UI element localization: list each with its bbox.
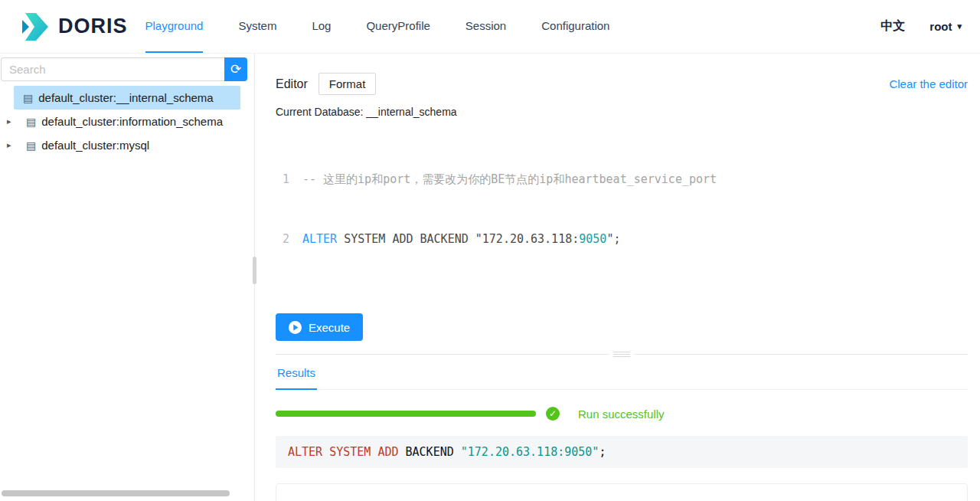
tree-item-label: default_cluster:information_schema [41, 115, 223, 128]
sql-token: 9050 [579, 232, 606, 246]
sql-token: ALTER SYSTEM ADD [288, 445, 399, 459]
nav-system[interactable]: System [238, 0, 276, 53]
nav-configuration[interactable]: Configuration [541, 0, 609, 53]
doris-playground-app: DORIS Playground System Log QueryProfile… [0, 0, 980, 501]
caret-right-icon[interactable]: ▸ [7, 116, 11, 126]
drag-handle[interactable] [609, 350, 634, 359]
tree-item-label: default_cluster:__internal_schema [38, 91, 213, 104]
body: ⟳ ▤ default_cluster:__internal_schema ▸ … [0, 54, 980, 501]
schema-icon: ▤ [23, 92, 33, 104]
sidebar: ⟳ ▤ default_cluster:__internal_schema ▸ … [0, 54, 255, 501]
progress-bar [276, 411, 536, 417]
format-button[interactable]: Format [318, 73, 377, 95]
sql-comment: -- 这里的ip和port，需要改为你的BE节点的ip和heartbeat_se… [302, 169, 717, 189]
tree-item-label: default_cluster:mysql [41, 139, 149, 152]
sql-editor[interactable]: 1 -- 这里的ip和port，需要改为你的BE节点的ip和heartbeat_… [276, 129, 968, 289]
line-number: 2 [276, 229, 289, 249]
username: root [929, 20, 952, 33]
nav-playground[interactable]: Playground [145, 0, 204, 53]
nav-queryprofile[interactable]: QueryProfile [366, 0, 430, 53]
nav-log[interactable]: Log [312, 0, 331, 53]
execute-button[interactable]: Execute [276, 313, 363, 341]
language-switch[interactable]: 中文 [880, 18, 905, 34]
editor-line: 1 -- 这里的ip和port，需要改为你的BE节点的ip和heartbeat_… [276, 169, 968, 189]
success-check-icon: ✓ [546, 407, 560, 421]
header: DORIS Playground System Log QueryProfile… [0, 0, 980, 54]
refresh-icon: ⟳ [230, 61, 241, 77]
horizontal-scrollbar[interactable] [2, 490, 230, 496]
editor-title: Editor [276, 77, 308, 91]
brand-name: DORIS [58, 15, 128, 38]
sql-token: "172.20.63.118: [475, 232, 579, 246]
executed-sql: ALTER SYSTEM ADD BACKEND "172.20.63.118:… [276, 436, 968, 468]
run-status-text: Run successfully [578, 408, 665, 421]
schema-icon: ▤ [26, 139, 36, 152]
tab-results[interactable]: Results [276, 355, 317, 390]
chevron-down-icon: ▾ [957, 21, 962, 31]
caret-right-icon[interactable]: ▸ [7, 140, 11, 150]
main-content: Editor Format Clear the editor Current D… [255, 54, 980, 501]
panel-divider [276, 354, 968, 355]
tree-item-information-schema[interactable]: ▸ ▤ default_cluster:information_schema [0, 110, 254, 133]
tree-item-internal-schema[interactable]: ▤ default_cluster:__internal_schema [14, 86, 240, 110]
nav-session[interactable]: Session [466, 0, 506, 53]
execute-label: Execute [309, 321, 350, 334]
results-tabs: Results [276, 355, 968, 390]
current-database: Current Database: __internal_schema [276, 106, 968, 118]
search-input[interactable] [1, 57, 224, 81]
header-right: 中文 root ▾ [880, 0, 962, 53]
refresh-button[interactable]: ⟳ [224, 57, 247, 81]
search-bar: ⟳ [1, 57, 247, 81]
sql-token: SYSTEM ADD BACKEND [337, 232, 475, 246]
execution-summary-card: Execution Time: 18 ms [276, 483, 968, 501]
editor-toolbar: Editor Format Clear the editor [276, 73, 968, 95]
clear-editor-link[interactable]: Clear the editor [889, 77, 968, 90]
database-tree: ▤ default_cluster:__internal_schema ▸ ▤ … [0, 86, 254, 157]
doris-logo-icon [18, 11, 51, 43]
sql-token: "172.20.63.118:9050" [461, 445, 599, 459]
sql-token: BACKEND [399, 445, 461, 459]
play-icon [289, 321, 302, 334]
schema-icon: ▤ [26, 116, 36, 128]
vertical-splitter-handle[interactable] [253, 257, 256, 284]
user-menu[interactable]: root ▾ [929, 20, 962, 33]
editor-line: 2 ALTER SYSTEM ADD BACKEND "172.20.63.11… [276, 229, 968, 249]
sql-token: ; [599, 445, 606, 459]
line-number: 1 [276, 169, 289, 189]
brand[interactable]: DORIS [18, 0, 128, 53]
main-nav: Playground System Log QueryProfile Sessi… [128, 0, 628, 53]
sql-token: "; [606, 232, 620, 246]
sql-statement: ALTER SYSTEM ADD BACKEND "172.20.63.118:… [302, 229, 620, 249]
tree-item-mysql[interactable]: ▸ ▤ default_cluster:mysql [0, 133, 254, 157]
check-glyph: ✓ [549, 408, 557, 419]
run-status-row: ✓ Run successfully [276, 407, 968, 421]
sql-token: ALTER [302, 232, 337, 246]
